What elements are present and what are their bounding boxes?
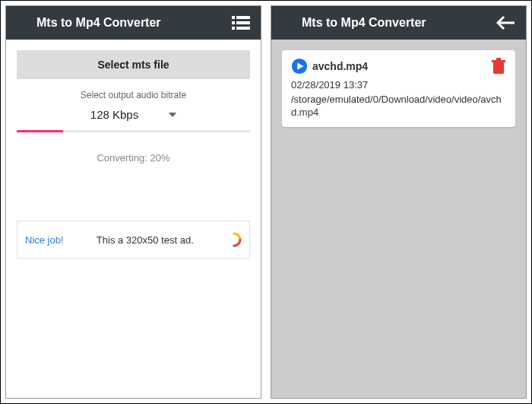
app-header: Mts to Mp4 Converter (271, 6, 526, 40)
progress-bar (17, 130, 250, 132)
screen-file-list: Mts to Mp4 Converter avchd.mp4 (271, 5, 527, 399)
svg-rect-2 (232, 21, 235, 24)
bitrate-dropdown[interactable]: 128 Kbps (17, 108, 250, 130)
screen-converter: Mts to Mp4 Converter Select mts file Sel… (5, 5, 261, 399)
svg-rect-12 (496, 58, 501, 60)
svg-rect-0 (232, 16, 235, 19)
admob-icon (226, 232, 242, 247)
main-content: Select mts file Select output audio bitr… (6, 40, 261, 398)
ad-banner[interactable]: Nice job! This a 320x50 test ad. (17, 221, 250, 259)
svg-rect-1 (236, 16, 250, 19)
trash-icon[interactable] (491, 58, 506, 75)
select-file-button[interactable]: Select mts file (17, 50, 250, 79)
bitrate-value: 128 Kbps (90, 108, 138, 121)
svg-rect-10 (493, 62, 504, 74)
status-text: Converting: 20% (17, 152, 250, 164)
file-path: /storage/emulated/0/Download/video/video… (291, 94, 506, 119)
dual-screenshot-frame: Mts to Mp4 Converter Select mts file Sel… (0, 0, 532, 404)
app-title: Mts to Mp4 Converter (15, 16, 230, 30)
app-header: Mts to Mp4 Converter (6, 6, 261, 40)
ad-tag: Nice job! (25, 234, 64, 246)
file-name: avchd.mp4 (312, 60, 491, 72)
play-icon[interactable] (291, 58, 308, 75)
chevron-down-icon (169, 113, 176, 117)
arrow-left-icon (496, 15, 516, 30)
back-button[interactable] (496, 12, 517, 33)
svg-rect-4 (232, 27, 235, 30)
app-title: Mts to Mp4 Converter (280, 16, 496, 30)
menu-button[interactable] (230, 12, 252, 33)
file-card[interactable]: avchd.mp4 02/28/2019 13:37 /storage/emul… (282, 50, 515, 127)
list-icon (232, 15, 250, 30)
svg-rect-5 (236, 27, 250, 30)
file-date: 02/28/2019 13:37 (291, 79, 506, 91)
file-header-row: avchd.mp4 (291, 58, 506, 75)
progress-fill (17, 130, 63, 132)
file-list: avchd.mp4 02/28/2019 13:37 /storage/emul… (271, 40, 526, 398)
svg-rect-3 (236, 21, 250, 24)
svg-rect-11 (492, 60, 505, 62)
svg-point-6 (233, 244, 235, 247)
bitrate-label: Select output audio bitrate (17, 90, 250, 100)
ad-message: This a 320x50 test ad. (79, 234, 211, 246)
